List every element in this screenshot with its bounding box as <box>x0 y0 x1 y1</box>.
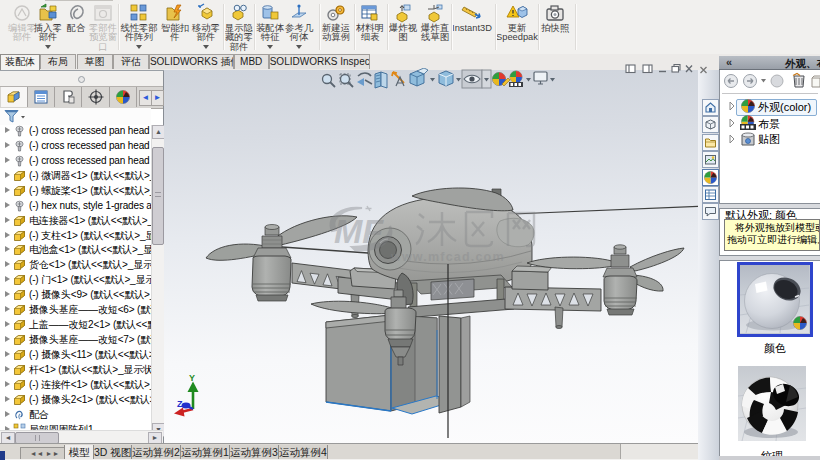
svg-text:Z: Z <box>177 399 183 409</box>
svg-text:www.mfcad.com: www.mfcad.com <box>390 250 505 264</box>
svg-text:MF: MF <box>334 212 384 250</box>
svg-text:Y: Y <box>189 373 195 383</box>
